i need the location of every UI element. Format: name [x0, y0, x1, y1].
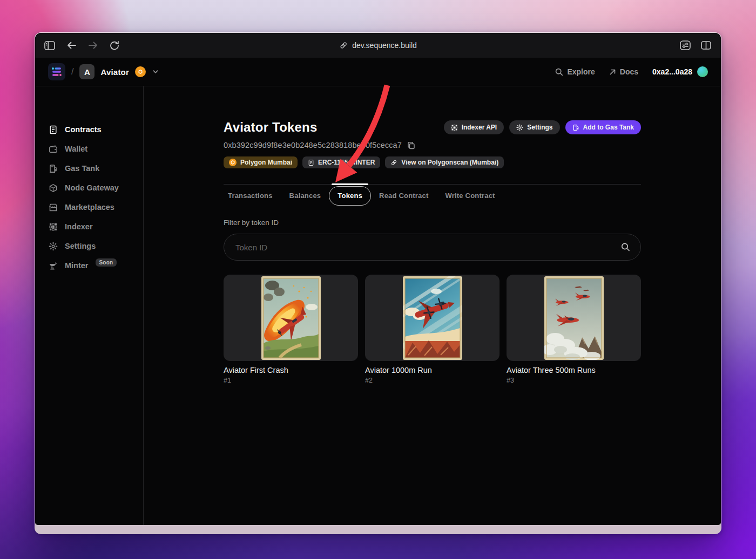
page-settings-icon[interactable] — [680, 40, 691, 50]
sidebar-item-contracts[interactable]: Contracts — [35, 120, 143, 139]
wallet-avatar — [697, 66, 708, 77]
app-header: / A Aviator Explore — [35, 58, 721, 86]
token-card[interactable] — [507, 275, 641, 361]
chevron-down-icon[interactable] — [152, 68, 159, 76]
tab-tokens[interactable]: Tokens — [336, 185, 363, 205]
soon-badge: Soon — [96, 258, 117, 267]
project-avatar[interactable]: A — [79, 64, 94, 79]
sidebar: Contracts Wallet Gas Tank Node Gateway M… — [35, 86, 144, 525]
filter-label: Filter by token ID — [224, 219, 641, 227]
contract-address: 0xb392c99d9f8e3e0b248e5c283818beb0f5cecc… — [224, 141, 402, 149]
browser-window: dev.sequence.build — [35, 32, 721, 534]
sidebar-item-indexer[interactable]: Indexer — [35, 217, 143, 236]
link-icon — [339, 41, 348, 50]
cube-icon — [49, 183, 58, 193]
sidebar-item-wallet[interactable]: Wallet — [35, 139, 143, 159]
reload-icon[interactable] — [110, 40, 119, 50]
sequence-logo[interactable] — [48, 63, 65, 80]
tab-transactions[interactable]: Transactions — [227, 185, 274, 205]
contract-settings-button[interactable]: Settings — [509, 120, 559, 134]
explore-link[interactable]: Explore — [555, 67, 595, 76]
anvil-icon — [49, 261, 58, 270]
url-bar[interactable]: dev.sequence.build — [339, 33, 417, 58]
project-name[interactable]: Aviator — [100, 67, 129, 77]
breadcrumb-separator: / — [71, 67, 73, 77]
token-card[interactable] — [365, 275, 500, 361]
token-image-crash — [261, 276, 321, 360]
wallet-address-chip[interactable]: 0xa2...0a28 — [652, 66, 708, 77]
sidebar-item-node-gateway[interactable]: Node Gateway — [35, 178, 143, 197]
token-id: #1 — [224, 377, 358, 384]
docs-link[interactable]: Docs — [609, 67, 638, 76]
copy-icon[interactable] — [407, 141, 415, 149]
sidebar-toggle-icon[interactable] — [44, 41, 55, 50]
tab-balances[interactable]: Balances — [288, 185, 322, 205]
wallet-address: 0xa2...0a28 — [652, 67, 692, 76]
token-name: Aviator Three 500m Runs — [507, 366, 641, 374]
page-title: Aviator Tokens — [224, 120, 318, 135]
indexer-api-button[interactable]: Indexer API — [444, 120, 504, 134]
network-badge[interactable]: Polygon Mumbai — [224, 156, 298, 168]
sidebar-item-gas-tank[interactable]: Gas Tank — [35, 159, 143, 178]
forward-icon[interactable] — [88, 41, 98, 50]
tab-read-contract[interactable]: Read Contract — [378, 185, 429, 205]
token-id-input[interactable] — [224, 234, 641, 261]
token-id: #2 — [365, 377, 500, 384]
add-to-gas-tank-button[interactable]: Add to Gas Tank — [565, 120, 641, 134]
sidebar-item-settings[interactable]: Settings — [35, 236, 143, 256]
tab-bar: Transactions Balances Tokens Read Contra… — [224, 184, 641, 205]
token-name: Aviator 1000m Run — [365, 366, 500, 374]
browser-toolbar: dev.sequence.build — [35, 33, 721, 58]
sidebar-item-minter[interactable]: Minter Soon — [35, 256, 143, 275]
gas-tank-icon — [49, 164, 58, 173]
search-icon[interactable] — [621, 243, 630, 252]
tab-write-contract[interactable]: Write Contract — [444, 185, 496, 205]
back-icon[interactable] — [66, 41, 77, 50]
arrow-up-right-icon — [609, 69, 616, 76]
wallet-icon — [49, 145, 58, 154]
grid-icon — [49, 222, 58, 231]
url-text: dev.sequence.build — [352, 41, 417, 50]
active-tab-indicator — [332, 183, 368, 185]
search-icon — [555, 68, 563, 76]
sidebar-item-marketplaces[interactable]: Marketplaces — [35, 197, 143, 217]
token-image-formation — [544, 276, 604, 360]
polygon-network-icon — [135, 66, 146, 77]
token-name: Aviator First Crash — [224, 366, 358, 374]
storefront-icon — [49, 203, 58, 212]
contract-type-badge[interactable]: ERC-1155-MINTER — [302, 156, 380, 168]
contracts-icon — [49, 125, 58, 134]
token-image-run — [403, 276, 462, 360]
split-view-icon[interactable] — [701, 41, 711, 50]
token-id: #3 — [507, 377, 641, 384]
main-content: Aviator Tokens Indexer API Settings A — [144, 86, 721, 525]
polygonscan-link-badge[interactable]: View on Polygonscan (Mumbai) — [385, 156, 504, 168]
gear-icon — [49, 242, 58, 251]
token-card[interactable] — [224, 275, 358, 361]
